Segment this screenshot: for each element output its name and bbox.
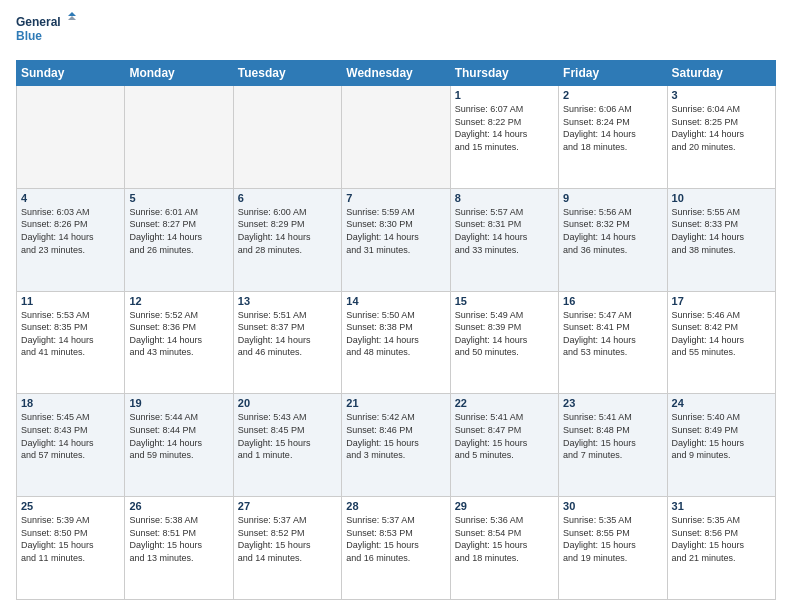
day-number: 15 — [455, 295, 554, 307]
calendar-cell: 13Sunrise: 5:51 AM Sunset: 8:37 PM Dayli… — [233, 291, 341, 394]
calendar-cell: 21Sunrise: 5:42 AM Sunset: 8:46 PM Dayli… — [342, 394, 450, 497]
day-number: 11 — [21, 295, 120, 307]
day-info: Sunrise: 5:49 AM Sunset: 8:39 PM Dayligh… — [455, 309, 554, 359]
calendar-cell: 19Sunrise: 5:44 AM Sunset: 8:44 PM Dayli… — [125, 394, 233, 497]
calendar-cell: 18Sunrise: 5:45 AM Sunset: 8:43 PM Dayli… — [17, 394, 125, 497]
day-number: 9 — [563, 192, 662, 204]
day-number: 28 — [346, 500, 445, 512]
day-info: Sunrise: 5:41 AM Sunset: 8:47 PM Dayligh… — [455, 411, 554, 461]
day-info: Sunrise: 5:44 AM Sunset: 8:44 PM Dayligh… — [129, 411, 228, 461]
calendar-cell: 9Sunrise: 5:56 AM Sunset: 8:32 PM Daylig… — [559, 188, 667, 291]
calendar-header-sunday: Sunday — [17, 61, 125, 86]
calendar-week-2: 4Sunrise: 6:03 AM Sunset: 8:26 PM Daylig… — [17, 188, 776, 291]
day-info: Sunrise: 6:04 AM Sunset: 8:25 PM Dayligh… — [672, 103, 771, 153]
day-info: Sunrise: 5:38 AM Sunset: 8:51 PM Dayligh… — [129, 514, 228, 564]
day-info: Sunrise: 5:59 AM Sunset: 8:30 PM Dayligh… — [346, 206, 445, 256]
day-number: 1 — [455, 89, 554, 101]
day-number: 20 — [238, 397, 337, 409]
header: General Blue — [16, 12, 776, 52]
calendar-week-4: 18Sunrise: 5:45 AM Sunset: 8:43 PM Dayli… — [17, 394, 776, 497]
day-number: 23 — [563, 397, 662, 409]
day-info: Sunrise: 5:47 AM Sunset: 8:41 PM Dayligh… — [563, 309, 662, 359]
calendar-cell: 6Sunrise: 6:00 AM Sunset: 8:29 PM Daylig… — [233, 188, 341, 291]
calendar-cell: 12Sunrise: 5:52 AM Sunset: 8:36 PM Dayli… — [125, 291, 233, 394]
day-info: Sunrise: 5:52 AM Sunset: 8:36 PM Dayligh… — [129, 309, 228, 359]
calendar-cell: 16Sunrise: 5:47 AM Sunset: 8:41 PM Dayli… — [559, 291, 667, 394]
calendar-cell: 15Sunrise: 5:49 AM Sunset: 8:39 PM Dayli… — [450, 291, 558, 394]
calendar-cell: 8Sunrise: 5:57 AM Sunset: 8:31 PM Daylig… — [450, 188, 558, 291]
calendar-cell: 5Sunrise: 6:01 AM Sunset: 8:27 PM Daylig… — [125, 188, 233, 291]
day-info: Sunrise: 5:35 AM Sunset: 8:56 PM Dayligh… — [672, 514, 771, 564]
day-number: 26 — [129, 500, 228, 512]
logo-svg: General Blue — [16, 12, 76, 52]
calendar-cell: 3Sunrise: 6:04 AM Sunset: 8:25 PM Daylig… — [667, 86, 775, 189]
page: General Blue SundayMondayTuesdayWednesda… — [0, 0, 792, 612]
calendar-cell: 22Sunrise: 5:41 AM Sunset: 8:47 PM Dayli… — [450, 394, 558, 497]
day-number: 31 — [672, 500, 771, 512]
day-info: Sunrise: 5:56 AM Sunset: 8:32 PM Dayligh… — [563, 206, 662, 256]
day-number: 3 — [672, 89, 771, 101]
svg-text:Blue: Blue — [16, 29, 42, 43]
day-number: 29 — [455, 500, 554, 512]
day-info: Sunrise: 5:46 AM Sunset: 8:42 PM Dayligh… — [672, 309, 771, 359]
calendar-cell: 23Sunrise: 5:41 AM Sunset: 8:48 PM Dayli… — [559, 394, 667, 497]
day-number: 12 — [129, 295, 228, 307]
day-number: 25 — [21, 500, 120, 512]
day-number: 5 — [129, 192, 228, 204]
day-info: Sunrise: 5:53 AM Sunset: 8:35 PM Dayligh… — [21, 309, 120, 359]
day-info: Sunrise: 6:03 AM Sunset: 8:26 PM Dayligh… — [21, 206, 120, 256]
calendar-header-saturday: Saturday — [667, 61, 775, 86]
day-info: Sunrise: 5:40 AM Sunset: 8:49 PM Dayligh… — [672, 411, 771, 461]
day-number: 22 — [455, 397, 554, 409]
day-info: Sunrise: 5:57 AM Sunset: 8:31 PM Dayligh… — [455, 206, 554, 256]
calendar-cell: 26Sunrise: 5:38 AM Sunset: 8:51 PM Dayli… — [125, 497, 233, 600]
calendar-cell: 25Sunrise: 5:39 AM Sunset: 8:50 PM Dayli… — [17, 497, 125, 600]
calendar-cell: 14Sunrise: 5:50 AM Sunset: 8:38 PM Dayli… — [342, 291, 450, 394]
day-number: 8 — [455, 192, 554, 204]
day-info: Sunrise: 5:51 AM Sunset: 8:37 PM Dayligh… — [238, 309, 337, 359]
day-number: 27 — [238, 500, 337, 512]
calendar-cell: 7Sunrise: 5:59 AM Sunset: 8:30 PM Daylig… — [342, 188, 450, 291]
day-info: Sunrise: 5:36 AM Sunset: 8:54 PM Dayligh… — [455, 514, 554, 564]
calendar-week-1: 1Sunrise: 6:07 AM Sunset: 8:22 PM Daylig… — [17, 86, 776, 189]
day-info: Sunrise: 5:37 AM Sunset: 8:53 PM Dayligh… — [346, 514, 445, 564]
calendar-cell: 4Sunrise: 6:03 AM Sunset: 8:26 PM Daylig… — [17, 188, 125, 291]
calendar-cell: 30Sunrise: 5:35 AM Sunset: 8:55 PM Dayli… — [559, 497, 667, 600]
calendar-header-wednesday: Wednesday — [342, 61, 450, 86]
day-number: 14 — [346, 295, 445, 307]
day-number: 18 — [21, 397, 120, 409]
calendar-cell: 17Sunrise: 5:46 AM Sunset: 8:42 PM Dayli… — [667, 291, 775, 394]
svg-marker-3 — [68, 16, 76, 20]
logo: General Blue — [16, 12, 76, 52]
day-info: Sunrise: 5:55 AM Sunset: 8:33 PM Dayligh… — [672, 206, 771, 256]
calendar-header-friday: Friday — [559, 61, 667, 86]
day-info: Sunrise: 6:01 AM Sunset: 8:27 PM Dayligh… — [129, 206, 228, 256]
day-number: 19 — [129, 397, 228, 409]
calendar-table: SundayMondayTuesdayWednesdayThursdayFrid… — [16, 60, 776, 600]
day-info: Sunrise: 5:50 AM Sunset: 8:38 PM Dayligh… — [346, 309, 445, 359]
calendar-cell — [233, 86, 341, 189]
day-info: Sunrise: 5:35 AM Sunset: 8:55 PM Dayligh… — [563, 514, 662, 564]
calendar-cell: 28Sunrise: 5:37 AM Sunset: 8:53 PM Dayli… — [342, 497, 450, 600]
calendar-cell: 24Sunrise: 5:40 AM Sunset: 8:49 PM Dayli… — [667, 394, 775, 497]
day-number: 6 — [238, 192, 337, 204]
day-number: 30 — [563, 500, 662, 512]
day-info: Sunrise: 5:41 AM Sunset: 8:48 PM Dayligh… — [563, 411, 662, 461]
day-info: Sunrise: 5:37 AM Sunset: 8:52 PM Dayligh… — [238, 514, 337, 564]
calendar-week-3: 11Sunrise: 5:53 AM Sunset: 8:35 PM Dayli… — [17, 291, 776, 394]
calendar-cell: 10Sunrise: 5:55 AM Sunset: 8:33 PM Dayli… — [667, 188, 775, 291]
day-info: Sunrise: 6:07 AM Sunset: 8:22 PM Dayligh… — [455, 103, 554, 153]
calendar-cell — [125, 86, 233, 189]
svg-marker-2 — [68, 12, 76, 16]
day-number: 21 — [346, 397, 445, 409]
day-info: Sunrise: 5:42 AM Sunset: 8:46 PM Dayligh… — [346, 411, 445, 461]
calendar-cell: 11Sunrise: 5:53 AM Sunset: 8:35 PM Dayli… — [17, 291, 125, 394]
day-number: 24 — [672, 397, 771, 409]
calendar-cell: 27Sunrise: 5:37 AM Sunset: 8:52 PM Dayli… — [233, 497, 341, 600]
calendar-header-thursday: Thursday — [450, 61, 558, 86]
day-number: 16 — [563, 295, 662, 307]
day-number: 13 — [238, 295, 337, 307]
calendar-cell: 20Sunrise: 5:43 AM Sunset: 8:45 PM Dayli… — [233, 394, 341, 497]
day-info: Sunrise: 5:45 AM Sunset: 8:43 PM Dayligh… — [21, 411, 120, 461]
calendar-cell: 29Sunrise: 5:36 AM Sunset: 8:54 PM Dayli… — [450, 497, 558, 600]
